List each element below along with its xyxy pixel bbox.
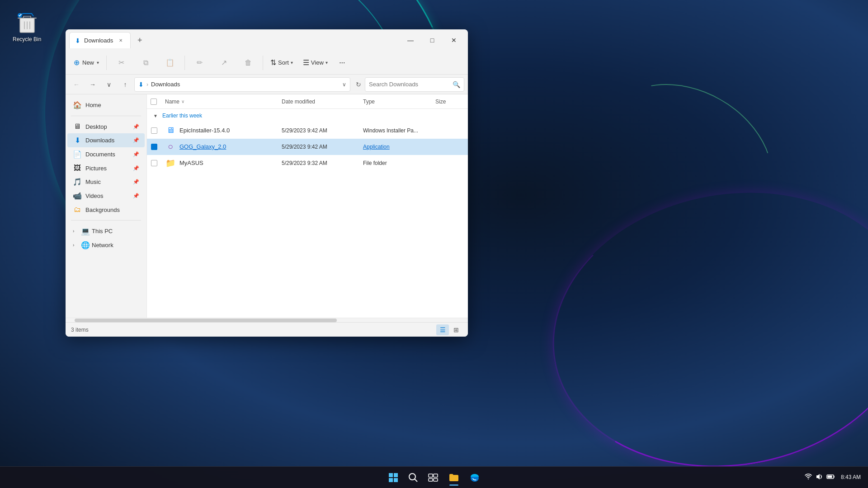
delete-icon: 🗑 [245,59,252,67]
myasus-name: MyASUS [179,160,203,166]
sidebar-sep-1 [71,116,141,116]
taskbar-search-button[interactable] [404,469,422,487]
taskbar-taskview-button[interactable] [424,469,442,487]
taskbar-file-explorer-button[interactable] [444,469,464,487]
copy-button[interactable]: ⧉ [134,53,157,73]
search-box[interactable]: 🔍 [365,77,464,92]
group-header-earlier: ▼ Earlier this week [147,109,468,122]
desktop-icon: 🖥 [73,122,82,131]
toolbar: ⊕ New ▾ ✂ ⧉ 📋 ✏ ↗ 🗑 [66,51,468,75]
horizontal-scrollbar[interactable] [66,318,468,322]
refresh-button[interactable]: ↻ [354,79,363,90]
sidebar-downloads-label: Downloads [85,137,114,144]
sidebar-home-label: Home [85,102,101,108]
dropdown-history-button[interactable]: ∨ [102,77,116,92]
new-tab-button[interactable]: + [132,33,147,47]
search-icon: 🔍 [453,81,460,88]
list-view-button[interactable]: ☰ [436,324,449,335]
svg-rect-8 [429,474,433,477]
path-expand-icon: ∨ [342,81,346,88]
more-options-button[interactable]: ··· [333,54,351,72]
epicinstaller-icon: 🖥 [165,126,176,135]
goggalaxy-name: GOG_Galaxy_2.0 [179,143,226,150]
myasus-name-cell: 📁 MyASUS [161,158,278,168]
header-type[interactable]: Type [359,94,432,108]
pictures-icon: 🖼 [73,164,82,172]
header-date-modified[interactable]: Date modified [278,94,359,108]
sidebar-item-documents[interactable]: 📄 Documents 📌 [67,147,145,161]
file-row-myasus[interactable]: 📁 MyASUS 5/29/2023 9:32 AM File folder [147,155,468,171]
sidebar-item-home[interactable]: 🏠 Home [67,98,145,112]
new-dropdown-icon: ▾ [97,60,99,65]
paste-icon: 📋 [165,58,175,67]
svg-rect-11 [434,479,438,481]
myasus-icon: 📁 [165,158,176,168]
group-label-earlier: Earlier this week [162,113,202,119]
start-button[interactable] [384,469,402,487]
window-tab[interactable]: ⬇ Downloads ✕ [69,32,131,48]
downloads-sidebar-icon: ⬇ [73,136,82,145]
sidebar-item-downloads[interactable]: ⬇ Downloads 📌 [67,133,145,147]
battery-icon[interactable] [826,473,835,482]
sidebar-item-network[interactable]: › 🌐 Network [67,238,145,252]
recycle-bin-label: Recycle Bin [13,36,41,42]
close-button[interactable]: ✕ [443,33,464,47]
grid-view-button[interactable]: ⊞ [450,324,462,335]
sidebar-item-desktop[interactable]: 🖥 Desktop 📌 [67,120,145,133]
maximize-button[interactable]: □ [422,33,443,47]
share-button[interactable]: ↗ [212,53,236,73]
search-input[interactable] [369,81,450,88]
rename-button[interactable]: ✏ [188,53,211,73]
toolbar-sep-1 [106,56,107,70]
myasus-checkbox[interactable] [151,160,157,166]
path-downloads-icon: ⬇ [138,81,144,88]
goggalaxy-checkbox-cell [147,144,161,150]
goggalaxy-checkbox[interactable] [151,144,157,150]
title-bar: ⬇ Downloads ✕ + — □ ✕ [66,29,468,51]
sidebar-item-music[interactable]: 🎵 Music 📌 [67,175,145,189]
wifi-signal-icon [805,473,812,480]
header-date-label: Date modified [282,99,315,105]
wifi-icon[interactable] [805,473,812,482]
up-directory-button[interactable]: ↑ [118,77,132,92]
paste-button[interactable]: 📋 [158,53,182,73]
minimize-button[interactable]: — [400,33,421,47]
address-path[interactable]: ⬇ › Downloads ∨ [134,77,350,92]
tab-close-button[interactable]: ✕ [117,37,125,45]
svg-rect-10 [429,479,433,481]
epicinstaller-checkbox[interactable] [151,127,157,134]
file-list-header: Name ∨ Date modified Type Size [147,94,468,109]
header-name[interactable]: Name ∨ [161,94,278,108]
hscroll-thumb[interactable] [75,319,337,322]
cut-icon: ✂ [118,58,124,67]
desktop: Recycle Bin ⬇ Downloads ✕ + — □ ✕ ⊕ New … [0,0,868,488]
view-button[interactable]: ☰ View ▾ [298,53,332,73]
taskbar-edge-button[interactable] [466,469,484,487]
clock[interactable]: 8:43 AM [841,474,861,481]
back-button[interactable]: ← [69,77,84,92]
desktop-pin-icon: 📌 [133,124,139,130]
windows-logo-icon [388,472,399,483]
volume-icon[interactable] [816,473,823,482]
forward-button[interactable]: → [85,77,100,92]
sidebar-item-backgrounds[interactable]: 🗂 Backgrounds [67,203,145,216]
header-size[interactable]: Size [432,94,468,108]
cut-button[interactable]: ✂ [109,53,133,73]
new-button[interactable]: ⊕ New ▾ [69,53,104,73]
file-row-goggalaxy[interactable]: ○ GOG_Galaxy_2.0 5/29/2023 9:42 AM Appli… [147,139,468,155]
sidebar-item-thispc[interactable]: › 💻 This PC [67,224,145,238]
svg-rect-4 [389,478,393,482]
videos-icon: 📹 [73,192,82,200]
file-row-epicinstaller[interactable]: 🖥 EpicInstaller-15.4.0 5/29/2023 9:42 AM… [147,122,468,139]
epicinstaller-name-cell: 🖥 EpicInstaller-15.4.0 [161,126,278,135]
delete-button[interactable]: 🗑 [236,53,260,73]
group-collapse-button[interactable]: ▼ [152,113,159,119]
epicinstaller-type: Windows Installer Pa... [359,127,432,134]
taskbar: 8:43 AM [0,466,868,488]
sidebar-item-pictures[interactable]: 🖼 Pictures 📌 [67,161,145,175]
sort-button[interactable]: ⇅ Sort ▾ [266,53,297,73]
sidebar-item-videos[interactable]: 📹 Videos 📌 [67,189,145,203]
recycle-bin[interactable]: Recycle Bin [9,9,45,46]
select-all-checkbox[interactable] [151,99,157,105]
network-icon: 🌐 [81,241,90,249]
